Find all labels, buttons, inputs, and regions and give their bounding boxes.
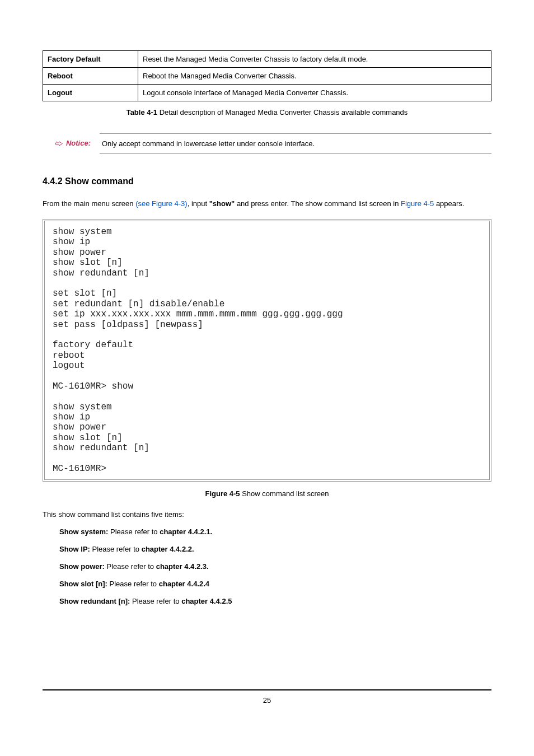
para-text: , input bbox=[188, 199, 209, 208]
notice-icon-cell: Notice: bbox=[43, 139, 93, 149]
item-middle: Please refer to bbox=[107, 580, 159, 588]
item-label: Show slot [n]: bbox=[59, 580, 107, 588]
terminal-screenshot: show system show ip show power show slot… bbox=[43, 219, 491, 482]
item-middle: Please refer to bbox=[130, 597, 181, 605]
notice-block: Notice: Only accept command in lowercase… bbox=[43, 133, 491, 154]
item-middle: Please refer to bbox=[105, 562, 156, 571]
para-text: and press enter. The show command list s… bbox=[235, 199, 401, 208]
figure-caption-label: Figure 4-5 bbox=[205, 489, 240, 498]
list-item: Show power: Please refer to chapter 4.4.… bbox=[59, 562, 491, 571]
notice-text: Only accept command in lowercase letter … bbox=[100, 133, 491, 154]
cmd-cell: Factory Default bbox=[43, 51, 138, 68]
section-heading: 4.4.2 Show command bbox=[43, 176, 491, 186]
cmd-cell: Reboot bbox=[43, 68, 138, 85]
list-item: Show redundant [n]: Please refer to chap… bbox=[59, 597, 491, 605]
table-row: Logout Logout console interface of Manag… bbox=[43, 85, 491, 101]
item-ref: chapter 4.4.2.4 bbox=[159, 580, 209, 588]
item-middle: Please refer to bbox=[90, 545, 142, 553]
notice-label: Notice: bbox=[66, 139, 91, 147]
desc-cell: Reset the Managed Media Converter Chassi… bbox=[138, 51, 491, 68]
para-bold: "show" bbox=[209, 199, 235, 208]
figure-caption: Figure 4-5 Show command list screen bbox=[43, 489, 491, 498]
list-item: Show IP: Please refer to chapter 4.4.2.2… bbox=[59, 545, 491, 553]
item-label: Show system: bbox=[59, 528, 108, 536]
hand-pointing-icon bbox=[55, 139, 65, 147]
commands-table: Factory Default Reset the Managed Media … bbox=[43, 50, 491, 101]
item-ref: chapter 4.4.2.3. bbox=[156, 562, 209, 571]
table-caption-label: Table 4-1 bbox=[127, 108, 157, 116]
table-row: Reboot Reboot the Managed Media Converte… bbox=[43, 68, 491, 85]
figure-caption-text: Show command list screen bbox=[240, 489, 329, 498]
show-items-list: Show system: Please refer to chapter 4.4… bbox=[43, 528, 491, 605]
desc-cell: Reboot the Managed Media Converter Chass… bbox=[138, 68, 491, 85]
page-footer: 25 bbox=[43, 689, 491, 704]
item-middle: Please refer to bbox=[108, 528, 160, 536]
desc-cell: Logout console interface of Managed Medi… bbox=[138, 85, 491, 101]
figure-link[interactable]: (see Figure 4-3) bbox=[135, 199, 187, 208]
para-text: From the main menu screen bbox=[43, 199, 135, 208]
cmd-cell: Logout bbox=[43, 85, 138, 101]
item-ref: chapter 4.4.2.5 bbox=[181, 597, 232, 605]
item-label: Show IP: bbox=[59, 545, 90, 553]
table-row: Factory Default Reset the Managed Media … bbox=[43, 51, 491, 68]
list-item: Show slot [n]: Please refer to chapter 4… bbox=[59, 580, 491, 588]
para-text: appears. bbox=[434, 199, 464, 208]
figure-link[interactable]: Figure 4-5 bbox=[401, 199, 434, 208]
table-caption-text: Detail description of Managed Media Conv… bbox=[157, 108, 407, 116]
list-item: Show system: Please refer to chapter 4.4… bbox=[59, 528, 491, 536]
item-ref: chapter 4.4.2.1. bbox=[160, 528, 212, 536]
list-intro: This show command list contains five ite… bbox=[43, 510, 491, 519]
table-caption: Table 4-1 Detail description of Managed … bbox=[43, 108, 491, 116]
item-label: Show power: bbox=[59, 562, 105, 571]
page-number: 25 bbox=[263, 696, 271, 704]
item-label: Show redundant [n]: bbox=[59, 597, 130, 605]
intro-paragraph: From the main menu screen (see Figure 4-… bbox=[43, 197, 491, 211]
item-ref: chapter 4.4.2.2. bbox=[142, 545, 194, 553]
